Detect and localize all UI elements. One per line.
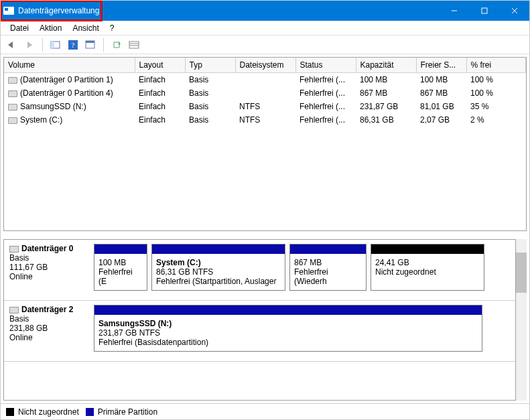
menu-help[interactable]: ? <box>105 22 120 34</box>
table-row[interactable]: SamsungSSD (N:)EinfachBasisNTFSFehlerfre… <box>4 100 526 113</box>
legend-primary: Primäre Partition <box>98 407 157 417</box>
table-row[interactable]: (Datenträger 0 Partition 1)EinfachBasisF… <box>4 73 526 87</box>
partition-color-bar <box>290 244 366 254</box>
svg-marker-5 <box>27 42 32 48</box>
toolbar-separator <box>103 38 104 52</box>
menu-view[interactable]: Ansicht <box>67 22 104 34</box>
svg-rect-1 <box>482 8 487 13</box>
forward-button[interactable] <box>22 38 37 52</box>
minimize-button[interactable] <box>439 1 469 21</box>
partition-container: 100 MBFehlerfrei (ESystem (C:)86,31 GB N… <box>94 244 513 291</box>
toolbar-separator <box>42 38 43 52</box>
swatch-unallocated <box>6 408 14 416</box>
menu-action[interactable]: Aktion <box>34 22 67 34</box>
maximize-button[interactable] <box>469 1 499 21</box>
disk-label[interactable]: Datenträger 2Basis231,88 GBOnline <box>7 305 94 352</box>
titlebar-left: Datenträgerverwaltung <box>1 1 102 21</box>
table-row[interactable]: System (C:)EinfachBasisNTFSFehlerfrei (.… <box>4 113 526 127</box>
col-filesystem[interactable]: Dateisystem <box>235 58 295 73</box>
partition[interactable]: 24,41 GBNicht zugeordnet <box>371 244 484 291</box>
disk-icon <box>9 307 19 313</box>
disk-icon <box>9 246 19 253</box>
svg-rect-11 <box>86 41 94 43</box>
col-type[interactable]: Typ <box>185 58 235 73</box>
window-controls <box>439 1 529 21</box>
partition-container: SamsungsSSD (N:)231,87 GB NTFSFehlerfrei… <box>94 305 513 352</box>
close-button[interactable] <box>499 1 529 21</box>
col-capacity[interactable]: Kapazität <box>356 58 416 73</box>
disk-row: Datenträger 0Basis111,67 GBOnline100 MBF… <box>4 240 515 301</box>
help-button[interactable]: ? <box>66 38 80 52</box>
volume-table: Volume Layout Typ Dateisystem Status Kap… <box>4 58 526 127</box>
partition-color-bar <box>94 305 482 315</box>
table-row[interactable]: (Datenträger 0 Partition 4)EinfachBasisF… <box>4 86 526 100</box>
menubar: Datei Aktion Ansicht ? <box>1 21 529 36</box>
disk-area[interactable]: Datenträger 0Basis111,67 GBOnline100 MBF… <box>3 239 516 401</box>
properties-button[interactable] <box>83 38 98 52</box>
partition[interactable]: System (C:)86,31 GB NTFSFehlerfrei (Star… <box>151 244 285 291</box>
partition[interactable]: SamsungsSSD (N:)231,87 GB NTFSFehlerfrei… <box>94 305 482 352</box>
volume-list-pane[interactable]: Volume Layout Typ Dateisystem Status Kap… <box>3 57 527 231</box>
col-layout[interactable]: Layout <box>135 58 185 73</box>
splitter[interactable] <box>1 234 529 239</box>
svg-marker-4 <box>8 42 13 48</box>
col-free[interactable]: Freier S... <box>416 58 466 73</box>
window-title: Datenträgerverwaltung <box>18 6 99 15</box>
show-hide-tree-button[interactable] <box>48 38 63 52</box>
app-icon <box>3 7 14 15</box>
disk-management-window: Datenträgerverwaltung Datei Aktion Ansic… <box>0 0 530 420</box>
svg-text:?: ? <box>72 41 75 49</box>
disk-map-pane: Datenträger 0Basis111,67 GBOnline100 MBF… <box>3 239 527 401</box>
partition-color-bar <box>94 244 147 254</box>
toolbar: ? <box>1 36 529 54</box>
drive-icon <box>8 104 17 111</box>
content-area: Volume Layout Typ Dateisystem Status Kap… <box>1 54 529 419</box>
back-button[interactable] <box>5 38 19 52</box>
partition-color-bar <box>371 244 484 254</box>
drive-icon <box>8 90 17 97</box>
partition-color-bar <box>152 244 285 254</box>
partition[interactable]: 867 MBFehlerfrei (Wiederh <box>289 244 367 291</box>
partition[interactable]: 100 MBFehlerfrei (E <box>94 244 147 291</box>
svg-rect-12 <box>129 42 139 48</box>
legend: Nicht zugeordnet Primäre Partition <box>1 403 529 419</box>
vertical-scrollbar[interactable] <box>516 239 527 401</box>
col-volume[interactable]: Volume <box>4 58 135 73</box>
titlebar[interactable]: Datenträgerverwaltung <box>1 1 529 21</box>
legend-unallocated: Nicht zugeordnet <box>18 407 79 417</box>
scrollbar-thumb[interactable] <box>516 253 527 293</box>
view-list-button[interactable] <box>127 38 141 52</box>
drive-icon <box>8 77 17 84</box>
menu-file[interactable]: Datei <box>5 22 34 34</box>
table-header-row: Volume Layout Typ Dateisystem Status Kap… <box>4 58 526 73</box>
col-pctfree[interactable]: % frei <box>466 58 526 73</box>
refresh-button[interactable] <box>109 38 124 52</box>
swatch-primary <box>86 408 94 416</box>
disk-row: Datenträger 2Basis231,88 GBOnlineSamsung… <box>4 301 515 362</box>
col-status[interactable]: Status <box>295 58 356 73</box>
svg-rect-7 <box>51 42 54 48</box>
drive-icon <box>8 117 17 124</box>
disk-label[interactable]: Datenträger 0Basis111,67 GBOnline <box>7 244 94 291</box>
